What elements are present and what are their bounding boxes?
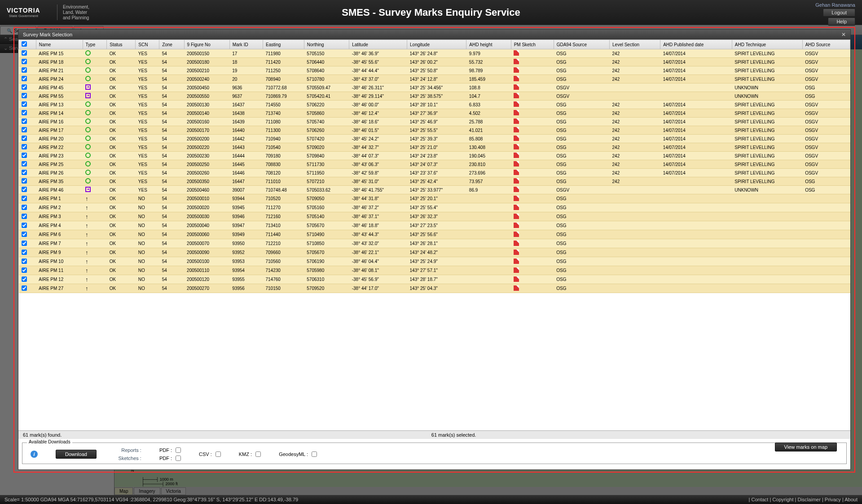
geodesyml-checkbox[interactable] — [312, 451, 317, 457]
pdf-icon[interactable] — [514, 84, 519, 90]
row-checkbox[interactable] — [22, 161, 27, 167]
row-checkbox[interactable] — [22, 118, 27, 124]
footer-link[interactable]: About — [844, 497, 858, 502]
username-link[interactable]: Gehan Ranawana — [815, 2, 855, 8]
row-checkbox[interactable] — [22, 127, 27, 132]
col-header[interactable]: Mark ID — [229, 40, 263, 49]
table-row[interactable]: AIRE PM 27↑OKNO5420050027093956710150570… — [19, 284, 850, 293]
table-row[interactable]: AIRE PM 1↑OKNO54200500010939447105205709… — [19, 194, 850, 203]
pdf-icon[interactable] — [514, 170, 519, 175]
pdf-icon[interactable] — [514, 76, 519, 81]
select-all-checkbox[interactable] — [22, 41, 27, 47]
pdf-icon[interactable] — [514, 187, 519, 192]
pdf-icon[interactable] — [514, 93, 519, 98]
pdf-icon[interactable] — [514, 153, 519, 158]
col-header[interactable]: Northing — [304, 40, 349, 49]
col-header[interactable]: Level Section — [610, 40, 660, 49]
col-header[interactable]: Status — [107, 40, 136, 49]
footer-link[interactable]: Disclaimer — [797, 497, 820, 502]
row-checkbox[interactable] — [22, 67, 27, 73]
table-row[interactable]: AIRE PM 26OKYES5420050026016446708120571… — [19, 169, 850, 177]
pdf-icon[interactable] — [514, 276, 519, 282]
pdf-reports-checkbox[interactable] — [176, 447, 181, 453]
pdf-icon[interactable] — [514, 285, 519, 291]
table-row[interactable]: AIRE PM 18OKYES5420050018018711420570644… — [19, 58, 850, 66]
row-checkbox[interactable] — [22, 241, 27, 246]
pdf-icon[interactable] — [514, 118, 519, 124]
kmz-checkbox[interactable] — [255, 451, 261, 457]
col-header[interactable]: Longitude — [407, 40, 466, 49]
col-header[interactable]: AHD Source — [802, 40, 850, 49]
table-row[interactable]: AIRE PM 55OKYES542005005509637710869.795… — [19, 92, 850, 101]
table-row[interactable]: AIRE PM 14OKYES5420050014016438713740570… — [19, 109, 850, 118]
col-header[interactable]: AHD Published date — [660, 40, 732, 49]
pdf-icon[interactable] — [514, 67, 519, 73]
col-header[interactable]: AHD height — [466, 40, 511, 49]
row-checkbox[interactable] — [22, 76, 27, 81]
row-checkbox[interactable] — [22, 101, 27, 107]
col-header[interactable] — [19, 40, 36, 49]
table-row[interactable]: AIRE PM 2↑OKNO54200500020939457112705705… — [19, 203, 850, 212]
row-checkbox[interactable] — [22, 93, 27, 98]
pdf-icon[interactable] — [514, 50, 519, 56]
row-checkbox[interactable] — [22, 170, 27, 175]
pdf-sketches-checkbox[interactable] — [176, 456, 181, 461]
row-checkbox[interactable] — [22, 223, 27, 228]
row-checkbox[interactable] — [22, 153, 27, 158]
download-button[interactable]: Download — [56, 450, 97, 459]
close-icon[interactable]: ✕ — [841, 31, 846, 38]
table-row[interactable]: AIRE PM 13OKYES5420050013016437714550570… — [19, 101, 850, 109]
table-row[interactable]: AIRE PM 11↑OKNO5420050011093954714230570… — [19, 266, 850, 275]
csv-checkbox[interactable] — [216, 451, 221, 457]
table-row[interactable]: AIRE PM 10↑OKNO5420050010093953710560570… — [19, 257, 850, 266]
pdf-icon[interactable] — [514, 250, 519, 255]
table-row[interactable]: AIRE PM 7↑OKNO54200500070939507122105710… — [19, 239, 850, 248]
col-header[interactable]: Name — [36, 40, 83, 49]
col-header[interactable]: PM Sketch — [511, 40, 554, 49]
table-row[interactable]: AIRE PM 22OKYES5420050022016443710540570… — [19, 143, 850, 152]
col-header[interactable]: Latitude — [349, 40, 407, 49]
row-checkbox[interactable] — [22, 178, 27, 184]
table-row[interactable]: AIRE PM 4↑OKNO54200500040939477134105705… — [19, 221, 850, 230]
pdf-icon[interactable] — [514, 223, 519, 228]
table-row[interactable]: AIRE PM 6↑OKNO54200500060939497114405710… — [19, 230, 850, 239]
col-header[interactable]: 9 Figure No — [184, 40, 229, 49]
row-checkbox[interactable] — [22, 59, 27, 64]
table-row[interactable]: AIRE PM 23OKYES5420050023016444709180570… — [19, 152, 850, 160]
row-checkbox[interactable] — [22, 196, 27, 201]
row-checkbox[interactable] — [22, 285, 27, 291]
table-row[interactable]: AIRE PM 35OKYES5420050035016447711010570… — [19, 177, 850, 186]
footer-link[interactable]: Privacy — [825, 497, 841, 502]
pdf-icon[interactable] — [514, 205, 519, 210]
row-checkbox[interactable] — [22, 259, 27, 264]
pdf-icon[interactable] — [514, 59, 519, 64]
table-row[interactable]: AIRE PM 9↑OKNO54200500090939527096605705… — [19, 248, 850, 257]
col-header[interactable]: Type — [83, 40, 107, 49]
row-checkbox[interactable] — [22, 187, 27, 192]
row-checkbox[interactable] — [22, 267, 27, 273]
table-row[interactable]: AIRE PM 20OKYES5420050020016442710940570… — [19, 135, 850, 143]
pdf-icon[interactable] — [514, 161, 519, 167]
footer-link[interactable]: Copyright — [772, 497, 793, 502]
footer-link[interactable]: Contact — [752, 497, 769, 502]
col-header[interactable]: SCN — [136, 40, 159, 49]
row-checkbox[interactable] — [22, 110, 27, 115]
pdf-icon[interactable] — [514, 110, 519, 115]
pdf-icon[interactable] — [514, 259, 519, 264]
row-checkbox[interactable] — [22, 205, 27, 210]
row-checkbox[interactable] — [22, 84, 27, 90]
pdf-icon[interactable] — [514, 267, 519, 273]
view-marks-button[interactable]: View marks on map — [775, 443, 837, 451]
row-checkbox[interactable] — [22, 214, 27, 219]
col-header[interactable]: Easting — [263, 40, 304, 49]
info-icon[interactable]: i — [31, 451, 38, 458]
table-row[interactable]: AIRE PM 17OKYES5420050017016440711300570… — [19, 126, 850, 135]
help-button[interactable]: Help — [828, 18, 855, 26]
table-row[interactable]: AIRE PM 12↑OKNO5420050012093955714760570… — [19, 275, 850, 284]
table-row[interactable]: AIRE PM 25OKYES5420050025016445708830571… — [19, 160, 850, 169]
table-row[interactable]: AIRE PM 15OKYES5420050015017711980570515… — [19, 49, 850, 58]
pdf-icon[interactable] — [514, 232, 519, 237]
row-checkbox[interactable] — [22, 50, 27, 56]
pdf-icon[interactable] — [514, 214, 519, 219]
pdf-icon[interactable] — [514, 101, 519, 107]
